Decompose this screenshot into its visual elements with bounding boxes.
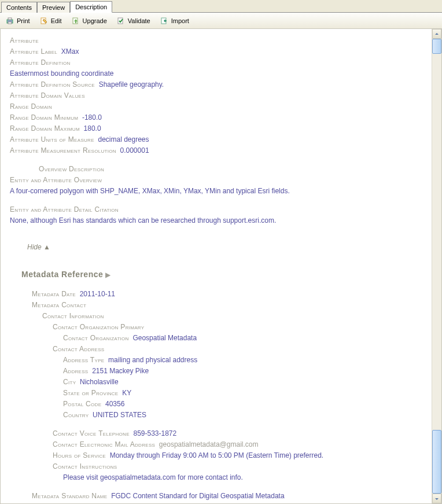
hide-link-1[interactable]: Hide ▲ [27,243,50,251]
address-type-label: Address Type [63,356,104,364]
attr-label-label: Attribute Label [10,47,57,56]
address-label: Address [63,367,88,375]
state-label: State or Province [63,389,118,397]
phone-label: Contact Voice Telephone [53,429,130,437]
contact-address-label: Contact Address [53,345,104,353]
ea-overview-label: Entity and Attribute Overview [10,176,102,184]
postal-label: Postal Code [63,400,101,408]
range-min-value: -180.0 [82,113,102,122]
email-label: Contact Electronic Mail Address [53,440,155,448]
std-version-label: Metadata Standard Version [32,503,115,503]
address-type-value: mailing and physical address [108,356,197,364]
metadata-date-value: 2011-10-11 [80,290,115,298]
contact-org-value: Geospatial Metadata [132,334,197,342]
phone-value: 859-533-1872 [133,429,176,437]
attribute-heading: Attribute [10,36,39,45]
scroll-up-button[interactable] [432,29,441,39]
import-label: Import [171,17,189,24]
edit-button[interactable]: Edit [38,15,64,27]
attr-label-value: XMax [61,47,79,56]
validate-button[interactable]: Validate [115,15,152,27]
tab-bar: Contents Preview Description [0,0,442,13]
attr-res-value: 0.000001 [120,146,149,154]
std-name-label: Metadata Standard Name [32,492,107,500]
tab-description[interactable]: Description [70,1,112,13]
validate-icon [116,16,126,25]
state-value: KY [122,389,131,397]
edit-label: Edit [51,17,62,24]
instructions-value: Please visit geospatialmetadata.com for … [63,473,243,481]
instructions-label: Contact Instructions [53,462,117,470]
metadata-date-label: Metadata Date [32,290,76,298]
hours-value: Monday through Friday 9:00 AM to 5:00 PM… [110,451,324,459]
upgrade-icon [71,16,80,25]
ea-overview-value: A four-cornered polygon with SHP_NAME, X… [10,187,290,195]
city-value: Nicholasville [80,378,119,386]
import-button[interactable]: Import [158,15,191,27]
hours-label: Hours of Service [53,451,106,459]
metadata-reference-title[interactable]: Metadata Reference [21,270,103,279]
ea-citation-label: Entity and Attribute Detail Citation [10,205,119,214]
contact-org-primary-label: Contact Organization Primary [53,323,144,331]
attr-units-value: decimal degrees [98,135,149,144]
svg-rect-1 [8,18,12,20]
attr-defsrc-value: Shapefile geography. [99,80,164,89]
print-icon [5,16,14,25]
overview-heading: Overview Description [39,165,104,173]
scroll-thumb-top[interactable] [432,39,441,54]
chevron-right-icon: ▶ [105,271,110,279]
attr-domain-label: Attribute Domain Values [10,91,85,100]
scroll-track[interactable] [432,39,441,494]
range-max-value: 180.0 [84,124,101,133]
validate-label: Validate [128,17,150,24]
print-label: Print [17,17,30,24]
metadata-content: Attribute Attribute Label XMax Attribute… [1,29,432,503]
range-max-label: Range Domain Maximum [10,124,80,133]
postal-value: 40356 [105,400,124,408]
std-version-value: FGDC-STD-001-1998 [119,503,187,503]
vertical-scrollbar[interactable] [432,29,441,503]
toolbar: Print Edit Upgrade Validate Import [0,13,442,29]
print-button[interactable]: Print [3,15,32,27]
scroll-thumb-bottom[interactable] [432,430,441,494]
attr-def-value: Easternmost bounding coordinate [10,69,113,78]
upgrade-label: Upgrade [83,17,107,24]
contact-info-label: Contact Information [42,312,104,320]
ea-citation-value: None, although Esri has standards which … [10,216,276,225]
edit-icon [39,16,49,25]
email-value[interactable]: geospatialmetadata@gmail.com [159,440,259,448]
range-min-label: Range Domain Minimum [10,113,78,122]
tab-contents[interactable]: Contents [1,2,37,13]
country-label: Country [63,411,89,419]
attr-def-label: Attribute Definition [10,58,71,67]
city-label: City [63,378,76,386]
import-icon [160,16,169,25]
attr-units-label: Attribute Units of Measure [10,135,94,144]
range-domain-label: Range Domain [10,102,52,111]
svg-rect-2 [8,22,12,24]
tab-preview[interactable]: Preview [37,2,70,13]
std-name-value: FGDC Content Standard for Digital Geospa… [111,492,284,500]
attr-res-label: Attribute Measurement Resolution [10,146,116,154]
address-value: 2151 Mackey Pike [92,367,149,375]
attr-defsrc-label: Attribute Definition Source [10,80,95,89]
upgrade-button[interactable]: Upgrade [69,15,109,27]
metadata-contact-label: Metadata Contact [32,301,86,309]
scroll-down-button[interactable] [432,494,441,503]
country-value: UNITED STATES [93,411,146,419]
contact-org-label: Contact Organization [63,334,129,342]
